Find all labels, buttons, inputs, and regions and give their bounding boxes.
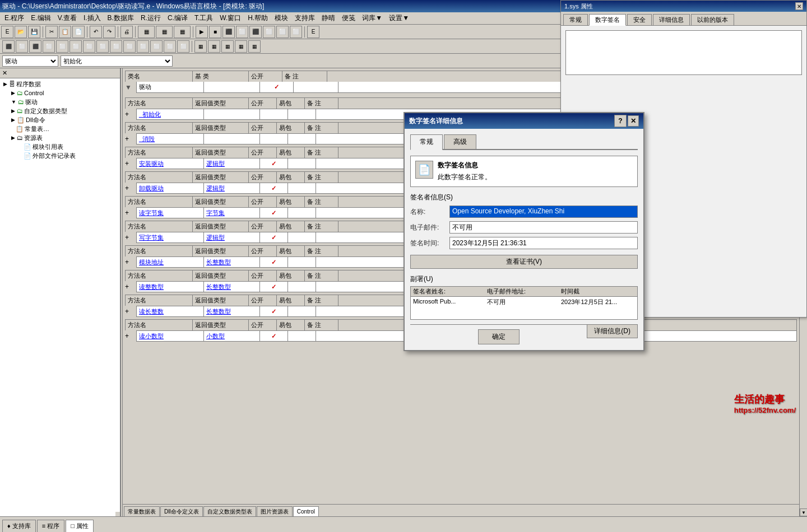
method-name-cell[interactable]: 卸载驱动 bbox=[137, 183, 204, 193]
btab-properties[interactable]: □ 属性 bbox=[66, 520, 94, 532]
panel-close-btn[interactable]: ✕ bbox=[2, 69, 7, 77]
tab-images[interactable]: 图片资源表 bbox=[257, 506, 293, 516]
tree-item-control[interactable]: ▶ 🗂 Control bbox=[1, 88, 119, 97]
tb2-15[interactable]: ▦ bbox=[194, 40, 207, 53]
tab-custom-types[interactable]: 自定义数据类型表 bbox=[203, 506, 256, 516]
menu-edit[interactable]: E.编辑 bbox=[27, 12, 54, 24]
menu-module[interactable]: 模块 bbox=[271, 12, 291, 24]
tree-item-custom-types[interactable]: ▶ 🗂 自定义数据类型 bbox=[1, 106, 119, 115]
method-return-cell[interactable]: 长整数型 bbox=[204, 306, 260, 316]
row-expand-icon[interactable]: + bbox=[125, 283, 136, 291]
method-name-cell[interactable]: 读整数型 bbox=[137, 282, 204, 292]
row-expand-icon[interactable]: + bbox=[125, 135, 136, 143]
view3-btn[interactable]: ▦ bbox=[174, 26, 191, 38]
row-expand-icon[interactable]: + bbox=[125, 307, 136, 315]
method-name-cell[interactable]: 模块地址 bbox=[137, 257, 204, 267]
tree-item-dll[interactable]: ▶ 📋 Dll命令 bbox=[1, 115, 119, 124]
save-btn[interactable]: 💾 bbox=[28, 26, 40, 38]
debug5-btn[interactable]: ⬜ bbox=[276, 26, 289, 38]
redo-btn[interactable]: ↷ bbox=[103, 26, 115, 38]
tb2-10[interactable]: ⬜ bbox=[123, 40, 136, 53]
details-btn[interactable]: 详细信息(D) bbox=[587, 324, 638, 338]
method-name-cell[interactable]: 安装驱动 bbox=[137, 158, 204, 169]
tb2-8[interactable]: ⬜ bbox=[96, 40, 109, 53]
copy-btn[interactable]: 📋 bbox=[59, 26, 71, 38]
row-expand-icon[interactable]: + bbox=[125, 258, 136, 266]
sig-help-btn[interactable]: ? bbox=[614, 115, 627, 127]
tb2-19[interactable]: ▦ bbox=[248, 40, 261, 53]
menu-help[interactable]: H.帮助 bbox=[244, 12, 271, 24]
menu-compile[interactable]: C.编译 bbox=[164, 12, 191, 24]
menu-support[interactable]: 支持库 bbox=[291, 12, 318, 24]
btab-support[interactable]: ♦ 支持库 bbox=[2, 520, 36, 532]
method-name-cell[interactable]: _消毁 bbox=[137, 134, 204, 144]
menu-note[interactable]: 便笺 bbox=[338, 12, 359, 24]
view2-btn[interactable]: ▦ bbox=[156, 26, 173, 38]
tab-constants[interactable]: 常量数据表 bbox=[124, 506, 160, 516]
tree-item-module-ref[interactable]: 📄 模块引用表 bbox=[1, 142, 119, 151]
debug3-btn[interactable]: ⬛ bbox=[249, 26, 262, 38]
row-expand-icon[interactable]: + bbox=[125, 110, 136, 118]
method-return-cell[interactable]: 逻辑型 bbox=[204, 183, 260, 193]
tb2-6[interactable]: ⬜ bbox=[69, 40, 82, 53]
stop-btn[interactable]: ■ bbox=[209, 26, 221, 38]
scroll-down-btn[interactable]: ▼ bbox=[800, 508, 807, 516]
print-btn[interactable]: 🖨 bbox=[120, 26, 133, 38]
tb2-1[interactable]: ⬛ bbox=[2, 40, 15, 53]
tb2-13[interactable]: ⬜ bbox=[164, 40, 176, 53]
method-name-cell[interactable]: _初始化 bbox=[137, 109, 204, 119]
tree-item-ext-files[interactable]: 📄 外部文件记录表 bbox=[1, 151, 119, 160]
resize-handle[interactable] bbox=[115, 512, 120, 516]
tb2-4[interactable]: ⬜ bbox=[43, 40, 55, 53]
view-cert-btn[interactable]: 查看证书(V) bbox=[410, 255, 638, 269]
method-return-cell[interactable]: 小数型 bbox=[204, 331, 260, 341]
btab-program[interactable]: ≡ 程序 bbox=[37, 520, 64, 532]
menu-db[interactable]: B.数据库 bbox=[104, 12, 137, 24]
cut-btn[interactable]: ✂ bbox=[45, 26, 58, 38]
method-return-cell[interactable]: 逻辑型 bbox=[204, 158, 260, 169]
method-name-cell[interactable]: 读长整数 bbox=[137, 306, 204, 316]
menu-settings[interactable]: 设置▼ bbox=[386, 12, 412, 24]
module-selector[interactable]: 驱动 bbox=[2, 55, 58, 67]
menu-insert[interactable]: I.插入 bbox=[80, 12, 104, 24]
tb2-14[interactable]: ⬜ bbox=[177, 40, 189, 53]
method-selector[interactable]: 初始化 bbox=[61, 55, 173, 67]
tab-dll[interactable]: Dll命令定义表 bbox=[160, 506, 203, 516]
ok-btn[interactable]: 确定 bbox=[478, 329, 520, 344]
menu-program[interactable]: E.程序 bbox=[1, 12, 27, 24]
method-name-cell[interactable]: 读小数型 bbox=[137, 331, 204, 341]
debug2-btn[interactable]: ⬜ bbox=[236, 26, 248, 38]
method-return-cell[interactable]: 字节集 bbox=[204, 208, 260, 218]
sig-close-btn[interactable]: ✕ bbox=[628, 115, 639, 127]
tb2-7[interactable]: ⬜ bbox=[83, 40, 95, 53]
method-return-cell[interactable] bbox=[204, 109, 260, 119]
extra-btn[interactable]: E bbox=[307, 26, 319, 38]
countersign-row[interactable]: Microsoft Pub... 不可用 2023年12月5日 21... bbox=[411, 297, 637, 307]
menu-dict[interactable]: 词库▼ bbox=[359, 12, 386, 24]
row-expand-icon[interactable]: + bbox=[125, 234, 136, 241]
view1-btn[interactable]: ▦ bbox=[138, 26, 155, 38]
tb2-16[interactable]: ▦ bbox=[208, 40, 220, 53]
method-return-cell[interactable] bbox=[204, 134, 260, 144]
tb2-12[interactable]: ⬜ bbox=[150, 40, 163, 53]
open-btn[interactable]: 📂 bbox=[15, 26, 27, 38]
tb2-3[interactable]: ⬛ bbox=[29, 40, 41, 53]
tree-item-data[interactable]: ▶ 🗄 程序数据 bbox=[1, 80, 119, 88]
method-name-cell[interactable]: 读字节集 bbox=[137, 208, 204, 218]
debug6-btn[interactable]: ⬜ bbox=[290, 26, 302, 38]
tb2-2[interactable]: ⬜ bbox=[16, 40, 28, 53]
menu-window[interactable]: W.窗口 bbox=[216, 12, 244, 24]
method-return-cell[interactable]: 逻辑型 bbox=[204, 232, 260, 242]
row-expand-icon[interactable]: + bbox=[125, 184, 136, 192]
menu-view[interactable]: V.查看 bbox=[54, 12, 80, 24]
row-expand-icon[interactable]: + bbox=[125, 209, 136, 217]
tab-control[interactable]: Control bbox=[293, 506, 319, 516]
method-return-cell[interactable]: 长整数型 bbox=[204, 282, 260, 292]
tb2-18[interactable]: ▦ bbox=[235, 40, 247, 53]
sig-tab-general[interactable]: 常规 bbox=[410, 134, 443, 150]
debug4-btn[interactable]: ⬜ bbox=[263, 26, 275, 38]
tb2-17[interactable]: ▦ bbox=[221, 40, 234, 53]
row-expand-icon[interactable]: + bbox=[125, 332, 136, 340]
paste-btn[interactable]: 📄 bbox=[72, 26, 85, 38]
row-expand-icon[interactable]: + bbox=[125, 160, 136, 167]
